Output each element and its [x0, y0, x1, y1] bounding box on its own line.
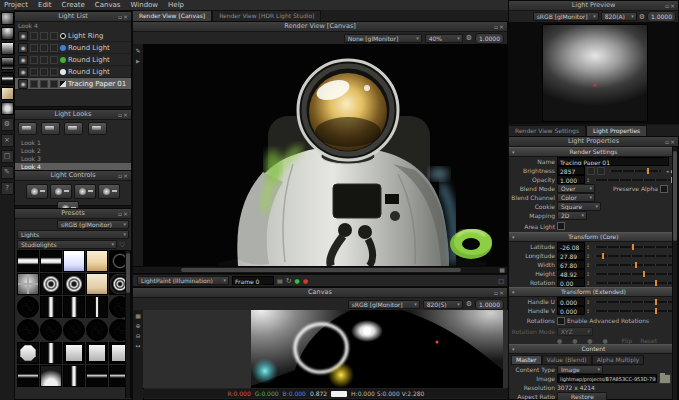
spinner-icon[interactable]: ↕ [586, 177, 590, 183]
light-flag-checkbox[interactable] [40, 32, 48, 40]
preview-exposure-field[interactable]: 1.0000 [647, 11, 676, 22]
look-item[interactable]: Look 2 [15, 147, 131, 155]
preset-shortcut-gradient3[interactable] [1, 72, 14, 85]
canvas-zoom-dropdown[interactable]: 820(S)▾ [423, 300, 463, 309]
add-look-button[interactable] [18, 122, 37, 135]
canvas-lut-dropdown[interactable]: sRGB [glMonitor]▾ [348, 300, 420, 309]
close-icon[interactable]: × [123, 111, 129, 118]
close-icon[interactable]: × [1, 134, 14, 147]
pan-icon[interactable]: ↔ [133, 342, 143, 349]
render-hscrollbar[interactable]: ▦ [132, 266, 508, 274]
collapse-icon[interactable]: ▾ [512, 148, 515, 156]
close-icon[interactable]: × [499, 23, 505, 30]
gear-icon[interactable]: ⚙ [639, 13, 645, 21]
cookie-dropdown[interactable]: Square▾ [557, 202, 601, 211]
preset-thumb[interactable] [86, 365, 108, 387]
preset-thumb[interactable] [17, 319, 39, 341]
spinner-icon[interactable]: ↕ [586, 308, 590, 314]
preset-thumb[interactable] [63, 342, 85, 364]
close-icon[interactable]: × [123, 13, 129, 20]
visibility-eye-icon[interactable]: ◉ [18, 79, 28, 89]
visibility-eye-icon[interactable]: ◉ [18, 55, 28, 65]
light-flag-checkbox[interactable] [40, 68, 48, 76]
collapse-icon[interactable]: ▾ [512, 345, 515, 353]
preset-shortcut-soft[interactable] [1, 102, 14, 115]
render-hscrollbar-thumb[interactable] [181, 268, 461, 272]
menu-canvas[interactable]: Canvas [95, 1, 121, 9]
pencil-icon[interactable]: ✎ [1, 166, 14, 179]
light-flag-checkbox[interactable] [40, 80, 48, 88]
light-row[interactable]: ◉ Round Light [15, 54, 131, 66]
brightness-step-button[interactable] [597, 167, 605, 175]
light-row[interactable]: ◉ Round Light [15, 66, 131, 78]
preset-thumb[interactable] [40, 342, 62, 364]
preset-shortcut-gradient2[interactable] [1, 57, 14, 70]
handle-u-field[interactable]: 0.000 [557, 297, 585, 306]
close-icon[interactable]: × [670, 138, 676, 145]
preview-zoom-dropdown[interactable]: 820(A)▾ [601, 12, 637, 21]
delete-look-button[interactable] [64, 122, 83, 135]
section-transform-extended[interactable]: ▾Transform (Extended) [509, 287, 678, 297]
preset-thumb[interactable] [40, 273, 62, 295]
preset-thumb[interactable] [40, 296, 62, 318]
light-flag-checkbox[interactable] [50, 32, 58, 40]
preset-thumb[interactable] [86, 250, 108, 272]
tab-render-view-canvas[interactable]: Render View [Canvas] [132, 10, 212, 21]
folder-browse-icon[interactable] [659, 374, 671, 384]
preset-thumb[interactable] [86, 273, 108, 295]
visibility-eye-icon[interactable]: ◉ [18, 67, 28, 77]
close-icon[interactable]: × [670, 2, 676, 9]
latitude-slider[interactable] [595, 246, 672, 248]
longitude-field[interactable]: 27.89 [557, 251, 585, 260]
preset-thumb[interactable] [17, 273, 39, 295]
width-slider[interactable] [595, 264, 672, 266]
clear-look-button[interactable] [88, 122, 107, 135]
preset-thumb[interactable] [17, 250, 39, 272]
close-icon[interactable]: × [123, 210, 129, 217]
page-icon[interactable]: □ [1, 150, 14, 163]
light-flag-checkbox[interactable] [30, 44, 38, 52]
image-path-field[interactable]: lightmap/projects/B7A853CC-953D-79B5-C6C… [557, 374, 657, 383]
preset-thumb[interactable] [40, 250, 62, 272]
opacity-slider[interactable] [595, 179, 672, 181]
preset-thumb[interactable] [63, 365, 85, 387]
zoom-in-icon[interactable]: ⊕ [133, 322, 143, 329]
blend-channel-dropdown[interactable]: Color▾ [557, 193, 595, 202]
section-render-settings[interactable]: ▾Render Settings [509, 147, 678, 157]
latitude-field[interactable]: -26.08 [557, 242, 585, 251]
look-item[interactable]: Look 1 [15, 139, 131, 147]
presets-colorspace-dropdown[interactable]: sRGB (glMonitor)▾ [57, 220, 129, 229]
brightness-slider[interactable] [610, 170, 661, 172]
preset-thumb[interactable] [17, 365, 39, 387]
visibility-eye-icon[interactable]: ◉ [18, 31, 28, 41]
menu-project[interactable]: Project [4, 1, 28, 9]
menu-window[interactable]: Window [130, 1, 158, 9]
preview-lut-dropdown[interactable]: sRGB [glMonitor]▾ [533, 12, 599, 21]
brightness-step-button[interactable] [587, 167, 595, 175]
lightpaint-mode-dropdown[interactable]: LightPaint (Illumination)▾ [137, 276, 229, 285]
brightness-field[interactable]: 2857 [557, 166, 585, 175]
gear-icon[interactable]: ⚙ [466, 34, 472, 42]
handle-v-slider[interactable] [595, 310, 672, 312]
look-item[interactable]: Look 3 [15, 155, 131, 163]
light-row[interactable]: ◉ Light Ring [15, 30, 131, 42]
light-flag-checkbox[interactable] [40, 56, 48, 64]
collapse-icon[interactable]: ▾ [512, 288, 515, 296]
light-flag-checkbox[interactable] [50, 44, 58, 52]
presets-subcategory-dropdown[interactable]: Studiolights▾ [17, 240, 117, 249]
preserve-alpha-checkbox[interactable] [660, 185, 668, 193]
preset-thumb[interactable] [63, 250, 85, 272]
canvas-area[interactable] [143, 310, 509, 388]
light-row[interactable]: ◉ Round Light [15, 42, 131, 54]
content-type-dropdown[interactable]: Image▾ [557, 365, 603, 374]
light-flag-checkbox[interactable] [50, 56, 58, 64]
duplicate-look-button[interactable] [41, 122, 60, 135]
handle-u-slider[interactable] [595, 301, 672, 303]
light-flag-checkbox[interactable] [30, 56, 38, 64]
longitude-slider[interactable] [595, 255, 672, 257]
visibility-eye-icon[interactable]: ◉ [18, 43, 28, 53]
preset-thumb[interactable] [17, 296, 39, 318]
menu-help[interactable]: Help [168, 1, 184, 9]
opacity-field[interactable]: 1.000 [557, 175, 585, 184]
refresh-icon[interactable]: ↻ [286, 277, 292, 285]
